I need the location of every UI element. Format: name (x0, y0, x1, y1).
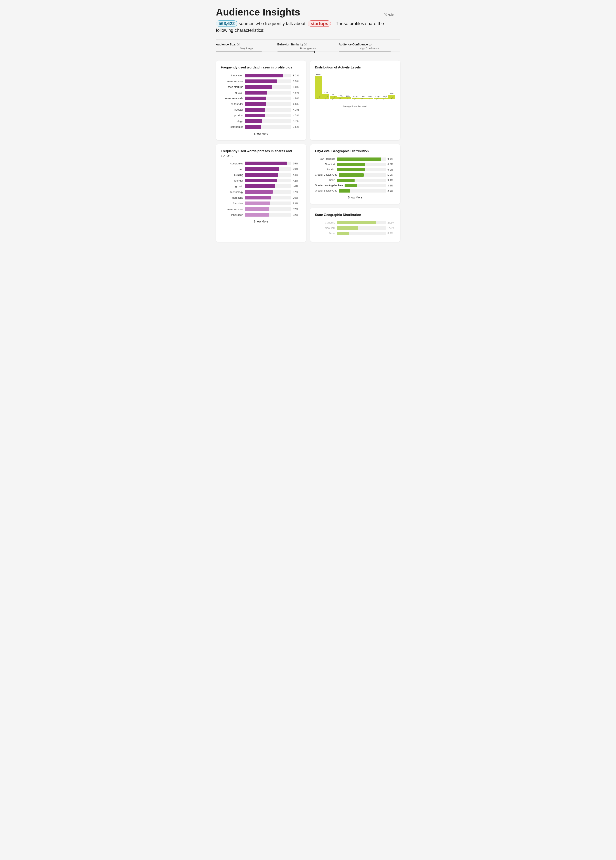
info-icon: i (237, 43, 240, 46)
bar-label: tech startups (221, 85, 243, 88)
bar-pct: 45% (293, 168, 301, 171)
bar-fill (245, 108, 265, 111)
hist-bar-wrap: 1.9%61 - 70 (359, 74, 366, 99)
metric-value: Very Large (216, 47, 277, 50)
list-item: Greater Seattle Area 2.6% (315, 189, 395, 193)
list-item: innovation 32% (221, 213, 301, 217)
bar-label: stage (221, 119, 243, 122)
bar-label: marketing (221, 196, 243, 199)
metric-bar-fill (277, 52, 314, 52)
bar-label: entrepreneurs (221, 80, 243, 83)
list-item: growth 4.8% (221, 91, 301, 94)
bar-pct: 32% (293, 213, 301, 217)
metric-label: Audience Confidence i (339, 43, 400, 46)
bar-pct: 6.9% (293, 80, 301, 83)
info-icon: i (304, 43, 307, 46)
bar-label: building (221, 173, 243, 176)
bar-track (245, 173, 291, 177)
profile-bios-title: Frequently used words/phrases in profile… (221, 65, 301, 70)
geo-label: San Francisco (315, 157, 335, 160)
metric-item: Audience Confidence i High Confidence (339, 41, 400, 54)
bar-fill (245, 85, 272, 89)
bar-label: growth (221, 91, 243, 94)
metric-bar-container (277, 52, 339, 52)
shares-content-title: Frequently used words/phrases in shares … (221, 149, 301, 158)
hist-bar (315, 76, 322, 99)
hist-bar-top-label: 8.9% (390, 93, 393, 95)
geo-bar-fill (337, 157, 381, 161)
state-bar-fill (337, 232, 349, 235)
hist-bar-wrap: 3.1%41 - 50 (344, 74, 351, 99)
state-label: New York (315, 226, 335, 229)
hist-bar-wrap: 1.4%81 - 90 (374, 74, 381, 99)
x-axis-label: Average Posts Per Week (315, 105, 395, 108)
state-bar-fill (337, 226, 358, 230)
bar-fill (245, 196, 272, 199)
metric-bar-fill (216, 52, 262, 52)
hist-bar-wrap: 2.5%51 - 60 (352, 74, 358, 99)
hist-bar-wrap: 4.5%31 - 40 (337, 74, 344, 99)
list-item: entrepreneurs 32% (221, 207, 301, 211)
state-bar-fill (337, 221, 376, 224)
bar-fill (245, 190, 273, 194)
bar-fill (245, 119, 262, 123)
metric-tick (262, 51, 262, 53)
city-bars: San Francisco 9.6% New York 6.2% London … (315, 157, 395, 193)
state-pct: 8.6% (388, 232, 395, 235)
help-link[interactable]: ? Help (384, 13, 394, 16)
page-title: Audience Insights (216, 6, 400, 18)
geo-pct: 3.8% (388, 179, 395, 182)
histogram-bars: 56.5%0 - 1012.3%11 - 207%21 - 304.5%31 -… (315, 74, 395, 104)
bar-pct: 40% (293, 185, 301, 188)
bar-track (245, 207, 291, 211)
metric-bar-fill (339, 52, 391, 52)
list-item: entrepreneurshi 4.6% (221, 97, 301, 100)
hist-bar-wrap: 56.5%0 - 10 (315, 74, 322, 99)
geo-pct: 6.2% (388, 163, 395, 166)
bar-pct: 4.6% (293, 102, 301, 105)
source-count-badge: 563,622 (216, 20, 237, 27)
metric-tick (314, 51, 314, 53)
bar-fill (245, 162, 287, 165)
shares-content-show-more[interactable]: Show More (221, 220, 301, 223)
list-item: companies 55% (221, 162, 301, 165)
bar-label: innovation (221, 213, 243, 217)
list-item: growth 40% (221, 184, 301, 188)
list-item: building 44% (221, 173, 301, 177)
profile-bios-show-more[interactable]: Show More (221, 132, 301, 135)
bar-track (245, 162, 291, 165)
bar-pct: 4.6% (293, 97, 301, 100)
geo-bar-track (337, 168, 386, 171)
geo-bar-track (339, 173, 386, 177)
help-icon: ? (384, 13, 387, 16)
geo-bar-fill (337, 163, 365, 166)
hist-bar-top-label: 7% (332, 94, 335, 95)
hist-bar-wrap: 1%91 - 100 (381, 74, 388, 99)
geo-label: Greater Los Angeles Area (315, 184, 343, 187)
city-show-more[interactable]: Show More (315, 196, 395, 199)
bar-fill (245, 74, 283, 77)
bar-pct: 35% (293, 196, 301, 199)
hist-bar-wrap: 12.3%11 - 20 (322, 74, 329, 99)
bar-pct: 33% (293, 202, 301, 205)
activity-distribution-title: Distribution of Activity Levels (315, 65, 395, 70)
bar-track (245, 167, 291, 171)
bar-label: ceo (221, 168, 243, 171)
list-item: Greater Los Angeles Area 3.2% (315, 184, 395, 187)
list-item: investor 4.3% (221, 108, 301, 111)
state-label: California (315, 221, 335, 224)
profile-bios-bars: innovation 8.2% entrepreneurs 6.9% tech … (221, 74, 301, 129)
bar-track (245, 213, 291, 217)
list-item: Berlin 3.8% (315, 179, 395, 182)
bar-fill (245, 80, 277, 83)
bar-pct: 42% (293, 179, 301, 182)
bar-pct: 37% (293, 190, 301, 193)
bar-label: co founder (221, 102, 243, 105)
bar-pct: 55% (293, 162, 301, 165)
bar-track (245, 80, 291, 83)
geo-label: Greater Seattle Area (315, 189, 337, 192)
bar-track (245, 119, 291, 123)
state-bar-track (337, 226, 386, 230)
topic-badge: startups (308, 20, 331, 27)
bar-pct: 4.3% (293, 114, 301, 117)
